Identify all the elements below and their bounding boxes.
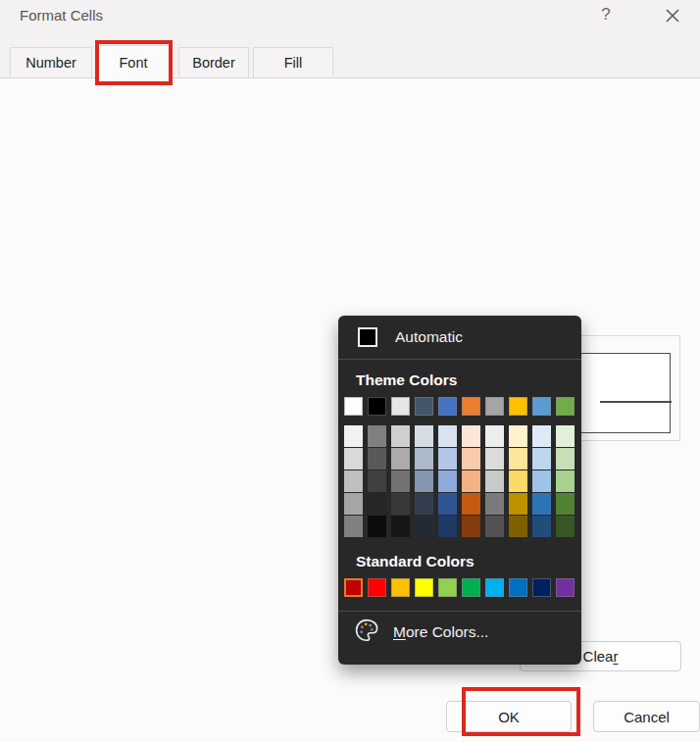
color-swatch[interactable] bbox=[532, 425, 551, 447]
divider bbox=[338, 359, 581, 360]
color-swatch[interactable] bbox=[485, 578, 504, 597]
color-picker-dropdown: Automatic Theme Colors Standard Colors M… bbox=[338, 316, 581, 665]
color-swatch[interactable] bbox=[368, 470, 386, 492]
color-swatch[interactable] bbox=[391, 516, 410, 537]
color-swatch[interactable] bbox=[368, 578, 386, 597]
color-swatch[interactable] bbox=[556, 578, 575, 597]
standard-colors-heading: Standard Colors bbox=[356, 553, 581, 570]
color-swatch[interactable] bbox=[556, 493, 575, 515]
color-swatch[interactable] bbox=[462, 397, 480, 416]
tab-font[interactable]: Font bbox=[96, 45, 171, 78]
theme-colors-row bbox=[344, 397, 581, 416]
color-swatch[interactable] bbox=[462, 578, 480, 597]
color-swatch[interactable] bbox=[485, 397, 504, 416]
ok-button[interactable]: OK bbox=[446, 701, 572, 732]
automatic-color-swatch[interactable] bbox=[358, 327, 377, 347]
color-swatch[interactable] bbox=[485, 448, 504, 470]
color-swatch[interactable] bbox=[344, 397, 363, 416]
color-swatch[interactable] bbox=[391, 493, 410, 515]
color-swatch[interactable] bbox=[438, 470, 457, 492]
color-swatch[interactable] bbox=[438, 397, 457, 416]
automatic-color-item[interactable]: Automatic bbox=[338, 316, 581, 359]
color-swatch[interactable] bbox=[415, 516, 433, 537]
color-swatch[interactable] bbox=[368, 516, 386, 537]
color-swatch[interactable] bbox=[462, 470, 480, 492]
color-swatch[interactable] bbox=[556, 516, 575, 537]
color-swatch[interactable] bbox=[509, 578, 527, 597]
color-swatch[interactable] bbox=[509, 493, 527, 515]
color-swatch[interactable] bbox=[415, 397, 433, 416]
color-swatch[interactable] bbox=[485, 425, 504, 447]
color-swatch[interactable] bbox=[509, 425, 527, 447]
color-swatch[interactable] bbox=[532, 578, 551, 597]
color-swatch[interactable] bbox=[509, 516, 527, 537]
color-swatch[interactable] bbox=[415, 425, 433, 447]
color-swatch[interactable] bbox=[344, 470, 363, 492]
color-swatch[interactable] bbox=[344, 493, 363, 515]
color-swatch[interactable] bbox=[462, 448, 480, 470]
color-swatch[interactable] bbox=[438, 516, 457, 537]
color-swatch[interactable] bbox=[344, 578, 363, 597]
color-swatch[interactable] bbox=[556, 448, 575, 470]
title-bar: Format Cells ? bbox=[0, 0, 700, 29]
color-swatch[interactable] bbox=[438, 448, 457, 470]
color-swatch[interactable] bbox=[344, 448, 363, 470]
color-swatch[interactable] bbox=[556, 425, 575, 447]
tab-fill[interactable]: Fill bbox=[253, 47, 333, 77]
color-swatch[interactable] bbox=[368, 397, 386, 416]
color-swatch[interactable] bbox=[391, 397, 410, 416]
close-icon[interactable] bbox=[659, 5, 686, 26]
color-swatch[interactable] bbox=[509, 448, 527, 470]
color-swatch[interactable] bbox=[344, 516, 363, 537]
color-swatch[interactable] bbox=[462, 516, 480, 537]
window-title: Format Cells bbox=[20, 7, 103, 24]
preview-strikethrough-line bbox=[600, 401, 672, 403]
color-swatch[interactable] bbox=[438, 493, 457, 515]
color-swatch[interactable] bbox=[438, 425, 457, 447]
color-swatch[interactable] bbox=[509, 470, 527, 492]
color-swatch[interactable] bbox=[391, 425, 410, 447]
color-swatch[interactable] bbox=[485, 470, 504, 492]
color-swatch[interactable] bbox=[532, 397, 551, 416]
theme-colors-heading: Theme Colors bbox=[356, 371, 581, 389]
palette-icon bbox=[354, 618, 379, 647]
color-swatch[interactable] bbox=[415, 448, 433, 470]
color-swatch[interactable] bbox=[438, 578, 457, 597]
more-colors-item[interactable]: More Colors... bbox=[338, 612, 581, 652]
help-icon[interactable]: ? bbox=[592, 3, 620, 26]
color-swatch[interactable] bbox=[368, 425, 386, 447]
standard-colors-row bbox=[344, 578, 581, 597]
tab-border[interactable]: Border bbox=[178, 47, 249, 77]
color-swatch[interactable] bbox=[462, 425, 480, 447]
color-swatch[interactable] bbox=[368, 448, 386, 470]
tab-number[interactable]: Number bbox=[10, 47, 92, 77]
color-swatch[interactable] bbox=[556, 470, 575, 492]
color-swatch[interactable] bbox=[485, 516, 504, 537]
color-swatch[interactable] bbox=[532, 516, 551, 537]
color-swatch[interactable] bbox=[415, 470, 433, 492]
color-swatch[interactable] bbox=[532, 470, 551, 492]
color-swatch[interactable] bbox=[391, 448, 410, 470]
more-colors-label: More Colors... bbox=[393, 623, 488, 641]
color-swatch[interactable] bbox=[556, 397, 575, 416]
theme-color-variants-grid bbox=[344, 425, 581, 537]
color-swatch[interactable] bbox=[391, 578, 410, 597]
color-swatch[interactable] bbox=[344, 425, 363, 447]
color-swatch[interactable] bbox=[532, 493, 551, 515]
color-swatch[interactable] bbox=[368, 493, 386, 515]
color-swatch[interactable] bbox=[391, 470, 410, 492]
color-swatch[interactable] bbox=[415, 578, 433, 597]
color-swatch[interactable] bbox=[462, 493, 480, 515]
color-swatch[interactable] bbox=[509, 397, 527, 416]
color-swatch[interactable] bbox=[532, 448, 551, 470]
cancel-button[interactable]: Cancel bbox=[593, 701, 700, 732]
color-swatch[interactable] bbox=[485, 493, 504, 515]
color-swatch[interactable] bbox=[415, 493, 433, 515]
